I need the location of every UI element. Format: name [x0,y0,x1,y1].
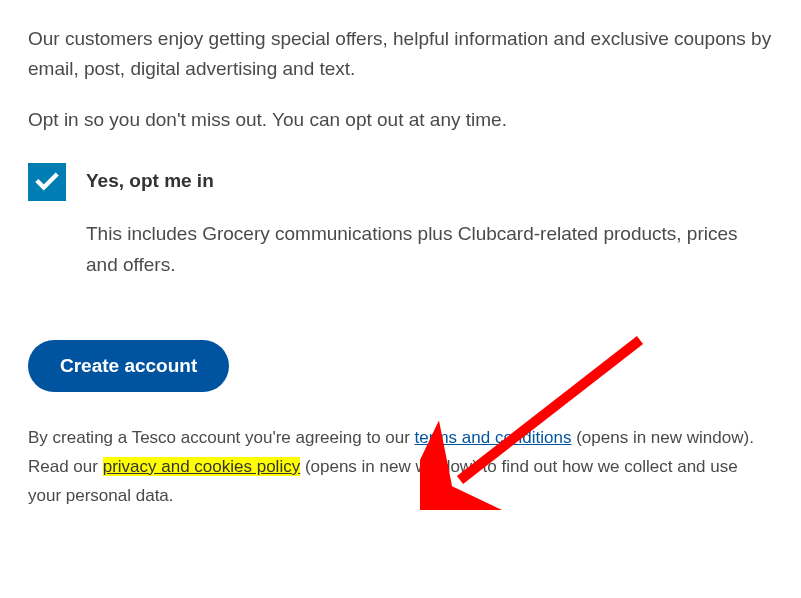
intro-paragraph: Our customers enjoy getting special offe… [28,24,773,85]
opt-in-label: Yes, opt me in [86,163,214,192]
terms-and-conditions-link[interactable]: terms and conditions [415,428,572,447]
opt-in-checkbox[interactable] [28,163,66,201]
checkmark-icon [34,169,60,195]
opt-in-paragraph: Opt in so you don't miss out. You can op… [28,105,773,135]
privacy-and-cookies-policy-link[interactable]: privacy and cookies policy [103,457,300,476]
legal-agreement-text: By creating a Tesco account you're agree… [28,424,773,511]
opt-in-checkbox-row: Yes, opt me in [28,163,773,201]
legal-text-part1: By creating a Tesco account you're agree… [28,428,415,447]
opt-in-description: This includes Grocery communications plu… [86,219,773,280]
create-account-button[interactable]: Create account [28,340,229,392]
